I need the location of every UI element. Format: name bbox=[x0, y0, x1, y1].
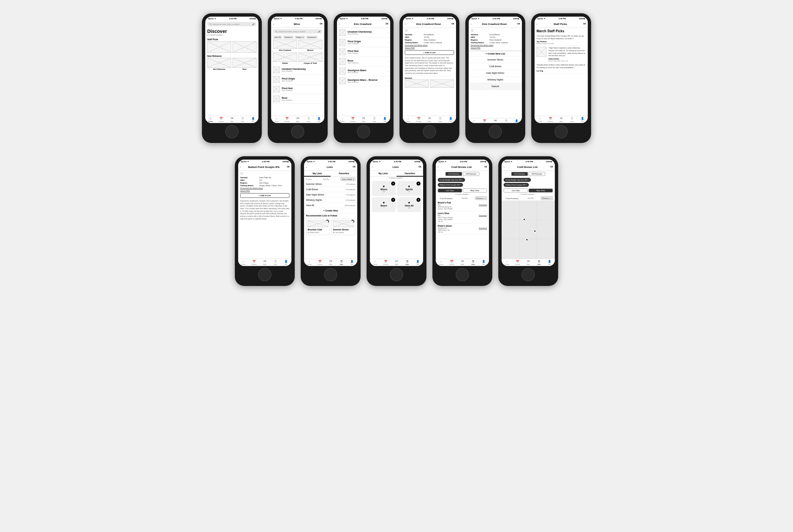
modal-craft-brews[interactable]: Craft Brews bbox=[469, 63, 522, 70]
map-area[interactable] bbox=[502, 201, 555, 259]
tab-map[interactable]: 🗺Map bbox=[457, 260, 468, 265]
tab-map[interactable]: 🗺Map bbox=[227, 117, 237, 122]
list-row-whiskey-nights[interactable]: Whiskey Nights 8 Products bbox=[304, 197, 357, 203]
fav-view-all[interactable]: ♥ ♥ View All 23 bbox=[397, 197, 421, 212]
list-view-button[interactable]: List View bbox=[438, 189, 462, 192]
tab-me[interactable]: 👤Me bbox=[544, 260, 555, 265]
tab-events[interactable]: 📅Events bbox=[545, 117, 556, 122]
result-peters-diner[interactable]: Peter's Diner Restaurant 4598 Direct St.… bbox=[436, 224, 489, 234]
my-lists-tab[interactable]: My Lists bbox=[304, 171, 331, 176]
modal-summer-wines[interactable]: Summer Wines bbox=[469, 57, 522, 63]
pill-funky-buddy[interactable]: Funky Buddy Hop Gun IPA × bbox=[504, 178, 531, 182]
tab-me[interactable]: 👤Me bbox=[478, 260, 489, 265]
home-button[interactable] bbox=[324, 268, 337, 281]
list-row-summer-wines[interactable]: Summer Wines 2 Products bbox=[304, 182, 357, 187]
related-item-1[interactable] bbox=[405, 79, 429, 88]
modal-date-night-wines[interactable]: Date Night Wines bbox=[469, 70, 522, 76]
list-view-button[interactable]: List View bbox=[504, 189, 528, 192]
home-button[interactable] bbox=[522, 268, 535, 281]
map-nav-icon[interactable]: 🗺 bbox=[583, 23, 586, 25]
filter-featured[interactable]: Featured ∨ bbox=[306, 36, 318, 39]
add-to-list-button[interactable]: + Add to List bbox=[405, 50, 454, 55]
off-premise-button[interactable]: Off-Premise bbox=[529, 172, 545, 176]
tab-home[interactable]: ⌂Home bbox=[238, 260, 249, 265]
search-bar[interactable]: 🔍 Search for beer, wine or spirits 🎤 bbox=[273, 29, 322, 34]
map-nav-icon[interactable]: 🗺 bbox=[385, 23, 388, 25]
list-item-unoaked[interactable]: Unoaked Chardonnay New Zealand › bbox=[271, 65, 324, 75]
favorites-tab[interactable]: Favorites bbox=[396, 171, 423, 176]
map-nav-icon[interactable]: 🗺 bbox=[451, 23, 454, 25]
tab-lists[interactable]: ☰Lists bbox=[237, 117, 248, 122]
directions-link[interactable]: Directions bbox=[479, 204, 487, 210]
fav-wines[interactable]: ♥ ♥ Wines 10 bbox=[372, 181, 396, 196]
sort-dropdown[interactable]: Distance ∨ bbox=[475, 196, 487, 200]
home-button[interactable] bbox=[489, 125, 502, 138]
current-location[interactable]: Current Location ↓ bbox=[502, 193, 555, 196]
tab-lists[interactable]: ☰Lists bbox=[468, 260, 478, 265]
list-item-sauv-blanc[interactable]: Sauvignon Blanc New Zealand › bbox=[337, 66, 390, 76]
home-button[interactable] bbox=[423, 125, 436, 138]
pill-funky-buddy[interactable]: Funky Buddy Hop Gun IPA × bbox=[438, 178, 465, 182]
list-item-rose[interactable]: Rose New Zealand › bbox=[271, 94, 324, 104]
tab-lists[interactable]: ☰Lists bbox=[566, 117, 577, 122]
map-nav-icon[interactable]: 🗺 bbox=[484, 166, 487, 169]
list-item-pinot-noir[interactable]: Pinot Noir New Zealand › bbox=[337, 47, 390, 57]
rec-card-bourbon[interactable]: ♥ Bourbon Club By Katie Donko bbox=[306, 219, 330, 235]
tab-events[interactable]: 📅Events bbox=[512, 260, 523, 265]
home-button[interactable] bbox=[225, 125, 239, 138]
tab-events[interactable]: 📅 bbox=[479, 119, 490, 122]
tab-lists[interactable]: ☰Lists bbox=[435, 117, 446, 122]
tab-home[interactable]: ⌂Home bbox=[370, 260, 380, 265]
heart-icon[interactable]: ♡ bbox=[240, 172, 243, 175]
tab-lists[interactable]: ☰Lists bbox=[402, 260, 413, 265]
home-button[interactable] bbox=[357, 125, 370, 138]
home-button[interactable] bbox=[390, 268, 403, 281]
map-nav-icon[interactable]: 🗺 bbox=[287, 166, 289, 169]
on-premise-button[interactable]: On-Premise bbox=[446, 172, 462, 176]
tab-me[interactable]: 👤Me bbox=[413, 260, 423, 265]
map-nav-icon[interactable]: 🗺 bbox=[550, 166, 553, 169]
tab-events[interactable]: 📅Events bbox=[315, 260, 325, 265]
search-bar[interactable]: 🔍 Search for beer, wine or spirits 🎤 bbox=[207, 22, 257, 26]
map-nav-icon[interactable]: 🗺 bbox=[320, 23, 322, 25]
filter-region[interactable]: Region ∨ bbox=[295, 36, 305, 39]
share-link[interactable]: Share PDF bbox=[403, 46, 456, 49]
grid-kim-crawford[interactable]: Kim Crawford bbox=[273, 40, 297, 51]
current-location[interactable]: Current Location ↓ bbox=[436, 193, 489, 196]
home-button[interactable] bbox=[456, 268, 469, 281]
home-button[interactable] bbox=[291, 125, 304, 138]
map-nav-icon[interactable]: 🗺 bbox=[418, 166, 421, 169]
modal-whiskey-nights[interactable]: Whiskey Nights bbox=[469, 76, 522, 83]
tab-home[interactable]: ⌂Home bbox=[534, 117, 545, 122]
list-row-date-night[interactable]: Date Night Wines 7 Products bbox=[304, 192, 357, 197]
tab-home[interactable]: ⌂Home bbox=[271, 117, 282, 122]
tab-map[interactable]: 🗺Map bbox=[325, 260, 336, 265]
download-link[interactable]: Download full detail sheet bbox=[238, 187, 291, 190]
tab-me[interactable]: 👤Me bbox=[248, 117, 259, 122]
share-link[interactable]: Share PDF bbox=[469, 46, 522, 49]
tab-events[interactable]: 📅Events bbox=[282, 117, 292, 122]
map-view-button[interactable]: Map View bbox=[529, 189, 553, 192]
sort-dropdown[interactable]: Distance ∨ bbox=[541, 196, 553, 200]
map-nav-icon[interactable]: 🗺 bbox=[353, 166, 355, 169]
tab-me[interactable]: 👤 bbox=[511, 119, 522, 122]
tab-map[interactable]: 🗺Map bbox=[358, 117, 369, 122]
result-leos-dive[interactable]: Leo's Dive Bar 4021 Raven RoadGreen, MO … bbox=[436, 211, 489, 224]
tab-map[interactable]: 🗺Map bbox=[424, 117, 435, 122]
tab-home[interactable]: ⌂Home bbox=[337, 117, 347, 122]
current-location[interactable]: Current Location ↓ bbox=[370, 177, 423, 179]
tab-me[interactable]: 👤Me bbox=[346, 260, 357, 265]
download-link[interactable]: Download full detail sheet bbox=[469, 44, 522, 46]
fav-beers[interactable]: ♥ ♥ Beers 7 bbox=[372, 197, 396, 212]
grid-cooper-thief[interactable]: Cooper & Thief bbox=[298, 53, 322, 64]
my-lists-tab[interactable]: My Lists bbox=[370, 171, 396, 176]
related-item-2[interactable] bbox=[430, 79, 454, 88]
sort-value[interactable]: Date Added ∨ bbox=[341, 177, 355, 181]
result-rosies-pub[interactable]: Rosie's Pub Bar 4598 Budding St.Green, M… bbox=[436, 201, 489, 211]
tab-lists[interactable]: ☰Lists bbox=[369, 117, 380, 122]
tab-map[interactable]: 🗺 bbox=[490, 119, 501, 122]
tab-home[interactable]: ⌂Home bbox=[205, 117, 216, 122]
grid-nobilo[interactable]: Nobilo bbox=[273, 53, 297, 64]
tab-events[interactable]: 📅Events bbox=[347, 117, 358, 122]
list-item-pinot-grigio[interactable]: Pinot Grigio New Zealand › bbox=[337, 38, 390, 47]
